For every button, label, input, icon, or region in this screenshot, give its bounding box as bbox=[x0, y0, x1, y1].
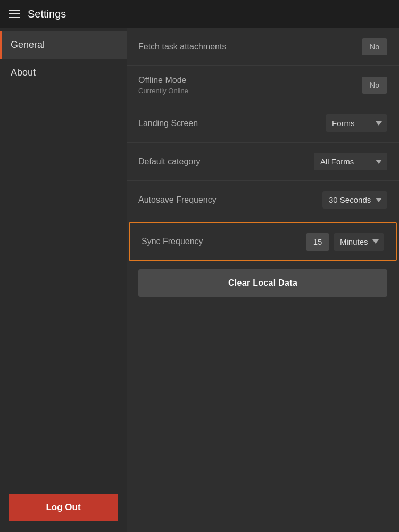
sidebar-item-about[interactable]: About bbox=[0, 59, 127, 86]
autosave-frequency-row: Autosave Frequency 10 Seconds 30 Seconds… bbox=[127, 181, 399, 219]
default-category-row: Default category All Forms My Forms Shar… bbox=[127, 143, 399, 181]
offline-mode-sublabel: Currently Online bbox=[138, 87, 188, 95]
sidebar-item-general[interactable]: General bbox=[0, 31, 127, 59]
sync-frequency-unit-select[interactable]: Minutes Hours bbox=[334, 233, 384, 251]
clear-btn-section: Clear Local Data bbox=[127, 264, 399, 307]
sidebar-spacer bbox=[0, 86, 127, 483]
page-title: Settings bbox=[28, 8, 66, 20]
topbar: Settings bbox=[0, 0, 399, 28]
landing-screen-select[interactable]: Forms Tasks Dashboard bbox=[326, 114, 387, 132]
offline-mode-label: Offline Mode bbox=[138, 76, 188, 85]
clear-local-data-button[interactable]: Clear Local Data bbox=[138, 269, 387, 297]
settings-content: Fetch task attachments No Offline Mode C… bbox=[127, 28, 399, 532]
sidebar-item-label-about: About bbox=[11, 67, 36, 78]
main-layout: General About Log Out Fetch task attachm… bbox=[0, 28, 399, 532]
offline-mode-row: Offline Mode Currently Online No bbox=[127, 66, 399, 104]
logout-section: Log Out bbox=[9, 494, 118, 521]
default-category-select[interactable]: All Forms My Forms Shared Forms bbox=[314, 153, 387, 170]
fetch-task-attachments-toggle[interactable]: No bbox=[362, 38, 387, 55]
sync-frequency-label: Sync Frequency bbox=[142, 237, 203, 246]
default-category-label: Default category bbox=[138, 157, 201, 167]
sync-frequency-number-input[interactable] bbox=[306, 233, 329, 251]
offline-mode-toggle[interactable]: No bbox=[362, 77, 387, 94]
autosave-frequency-label: Autosave Frequency bbox=[138, 195, 217, 205]
sync-frequency-controls: Minutes Hours bbox=[306, 233, 384, 251]
fetch-task-attachments-label: Fetch task attachments bbox=[138, 42, 226, 52]
sidebar-item-label-general: General bbox=[11, 39, 45, 51]
sidebar: General About Log Out bbox=[0, 28, 127, 532]
logout-button[interactable]: Log Out bbox=[9, 494, 118, 521]
fetch-task-attachments-row: Fetch task attachments No bbox=[127, 28, 399, 66]
offline-mode-label-group: Offline Mode Currently Online bbox=[138, 76, 188, 95]
landing-screen-row: Landing Screen Forms Tasks Dashboard bbox=[127, 104, 399, 143]
sync-frequency-row: Sync Frequency Minutes Hours bbox=[129, 222, 397, 261]
menu-icon[interactable] bbox=[9, 10, 20, 18]
landing-screen-label: Landing Screen bbox=[138, 119, 198, 128]
autosave-frequency-select[interactable]: 10 Seconds 30 Seconds 1 Minute 5 Minutes bbox=[322, 191, 387, 209]
